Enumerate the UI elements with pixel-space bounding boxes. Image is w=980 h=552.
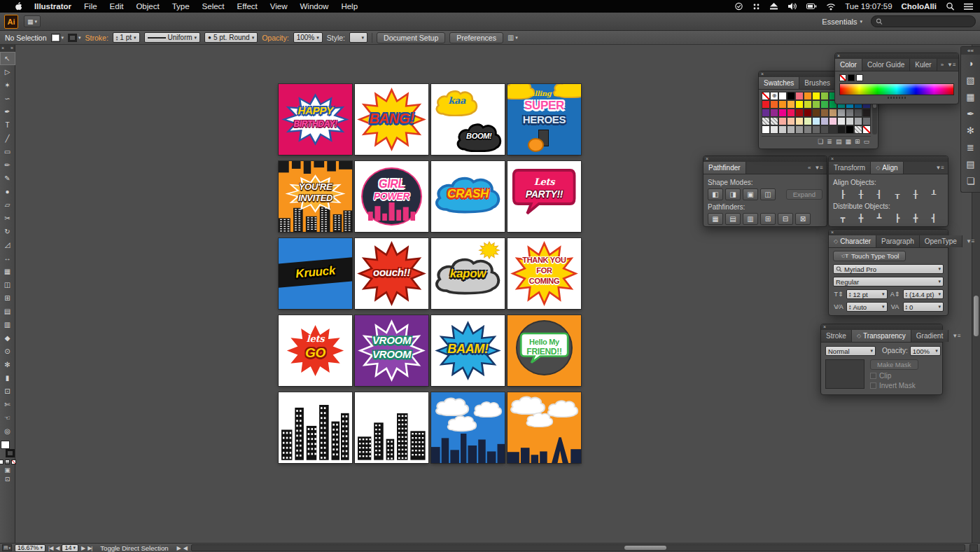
minus-back-button[interactable]: ⊠ [795, 213, 811, 225]
stroke-width-field[interactable]: ▴▾1 pt▾ [113, 32, 140, 43]
tab-align[interactable]: ◇Align [871, 162, 903, 174]
dist-bottom-button[interactable]: ┻ [872, 212, 886, 223]
swatch[interactable] [820, 92, 829, 100]
swatch[interactable] [762, 125, 770, 134]
swatch[interactable] [762, 92, 770, 100]
panel-menu-icon[interactable]: ▼≡ [952, 333, 961, 339]
swatch[interactable] [778, 109, 787, 117]
dist-top-button[interactable]: ┳ [836, 212, 850, 223]
fill-chip[interactable] [1, 441, 10, 449]
tab-kuler[interactable]: Kuler [910, 59, 937, 71]
pencil-tool[interactable]: ✎ [0, 172, 15, 185]
rectangle-tool[interactable]: ▭ [0, 145, 15, 158]
selection-tool[interactable]: ↖ [0, 52, 15, 65]
swatch[interactable]: ⊕ [770, 92, 778, 100]
close-panel-icon[interactable]: × [706, 156, 708, 162]
artboard-vroom-vroom[interactable]: VROOMVROOM [355, 315, 428, 386]
swatch[interactable] [787, 117, 795, 125]
swatch[interactable] [795, 92, 804, 100]
artboard-youre-invited[interactable]: YOU'REINVITED [279, 161, 352, 232]
swatch[interactable] [778, 100, 787, 109]
tab-brushes[interactable]: Brushes [799, 77, 836, 89]
tab-gradient[interactable]: Gradient [911, 330, 948, 342]
swatch[interactable] [846, 109, 854, 117]
artboard-number-field[interactable]: 14▾ [62, 544, 78, 552]
menu-edit[interactable]: Edit [104, 0, 130, 13]
magic-wand-tool[interactable]: ✶ [0, 78, 15, 92]
lasso-tool[interactable]: ∽ [0, 92, 15, 105]
close-panel-icon[interactable]: × [831, 156, 834, 162]
zoom-level-field[interactable]: 16.67%▾ [15, 544, 46, 552]
horizontal-scrollbar-thumb[interactable] [624, 546, 666, 550]
arrange-documents-button[interactable]: ▦▾ [24, 15, 41, 27]
variable-width-profile-field[interactable]: Uniform▾ [144, 32, 201, 43]
panel-resize-grip[interactable] [888, 97, 906, 99]
close-panel-icon[interactable]: × [837, 53, 840, 59]
swatch[interactable] [854, 109, 862, 117]
leading-field[interactable]: ▴▾(14.4 pt)▾ [903, 289, 944, 299]
scale-tool[interactable]: ◿ [0, 238, 15, 251]
align-options-dropdown[interactable]: ▥▾ [507, 34, 518, 41]
tab-pathfinder[interactable]: Pathfinder [704, 162, 746, 174]
merge-button[interactable]: ▥ [743, 213, 758, 225]
preferences-button[interactable]: Preferences [449, 32, 503, 43]
workspace-switcher[interactable]: Essentials▾ [822, 18, 862, 26]
artboard-kapow[interactable]: kapow [431, 238, 505, 309]
opacity-field[interactable]: 100%▾ [293, 32, 323, 43]
blob-brush-tool[interactable]: ● [0, 185, 15, 198]
outline-button[interactable]: ⊟ [778, 213, 793, 225]
black-color-swatch[interactable] [848, 74, 855, 81]
unite-button[interactable]: ◧ [708, 188, 723, 200]
font-family-field[interactable]: Myriad Pro▾ [833, 264, 944, 274]
swatch[interactable] [812, 100, 820, 109]
tab-paragraph[interactable]: Paragraph [876, 235, 920, 247]
tab-character[interactable]: ◇Character [829, 235, 876, 247]
new-swatch-icon[interactable]: ⊞ [855, 138, 860, 145]
swatch[interactable] [804, 92, 812, 100]
slice-tool[interactable]: ✄ [0, 398, 15, 411]
swatch[interactable] [812, 92, 820, 100]
white-color-swatch[interactable] [856, 74, 863, 81]
swatch[interactable] [820, 125, 829, 134]
swatch-libraries-icon[interactable]: ❏ [818, 138, 823, 145]
transparency-opacity-field[interactable]: 100%▾ [910, 346, 941, 356]
direct-selection-tool[interactable]: ▷ [0, 65, 15, 78]
artboard-calling-all-super-heroes[interactable]: calling allSUPERHEROES [507, 84, 581, 155]
dock-color-icon[interactable]: ◑ [962, 55, 979, 71]
fill-color-dropdown[interactable]: ▾ [51, 34, 64, 42]
close-panel-icon[interactable]: × [761, 71, 764, 77]
menu-type[interactable]: Type [166, 0, 196, 13]
swatch[interactable] [846, 125, 854, 134]
swatch[interactable] [762, 109, 770, 117]
stroke-chip[interactable] [6, 449, 15, 457]
swatch[interactable] [795, 125, 804, 134]
minus-front-button[interactable]: ◨ [725, 188, 741, 200]
dock-swatches-icon[interactable]: ▦ [962, 88, 979, 105]
screen-mode-icon[interactable]: ⊡ [5, 476, 10, 483]
expand-button[interactable]: Expand [786, 189, 822, 200]
tab-swatches[interactable]: Swatches [759, 77, 799, 89]
artboard-kaa-boom[interactable]: kaaBOOM! [431, 84, 505, 155]
swatch[interactable] [854, 117, 862, 125]
invert-mask-checkbox[interactable] [870, 382, 876, 389]
dist-right-button[interactable]: ┫ [927, 212, 941, 223]
align-top-button[interactable]: ┰ [890, 188, 904, 200]
intersect-button[interactable]: ▣ [743, 188, 758, 200]
swatch[interactable] [820, 100, 829, 109]
swatch[interactable] [812, 109, 820, 117]
dock-gradient-icon[interactable]: ▤ [962, 156, 979, 172]
tab-color[interactable]: Color [835, 59, 862, 71]
swatch[interactable] [804, 125, 812, 134]
apple-menu[interactable] [7, 0, 28, 13]
swatch[interactable] [787, 109, 795, 117]
artboard-oouch[interactable]: oouch!! [355, 238, 428, 309]
align-left-button[interactable]: ┠ [836, 188, 850, 200]
artboard-bang[interactable]: BANG! [355, 84, 428, 155]
artboard-city-skyline-2[interactable] [355, 392, 428, 463]
swatch-kinds-icon[interactable]: ≣ [827, 138, 832, 145]
sync-icon[interactable] [734, 2, 743, 11]
type-tool[interactable]: T [0, 118, 15, 132]
panel-menu-icon[interactable]: ▼≡ [947, 62, 956, 68]
swatch[interactable] [820, 117, 829, 125]
artboard-girl-power[interactable]: GIRLPOWER [355, 161, 428, 232]
